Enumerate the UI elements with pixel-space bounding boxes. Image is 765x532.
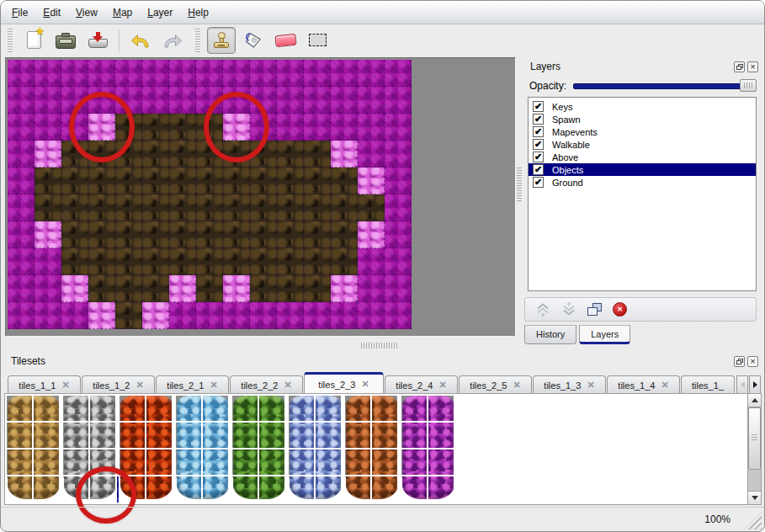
layer-visibility-checkbox[interactable]: ✔ [533, 114, 544, 125]
map-tile[interactable] [169, 141, 196, 168]
map-tile[interactable] [223, 60, 250, 87]
map-tile[interactable] [169, 194, 196, 221]
tileset-tile[interactable] [316, 450, 343, 476]
map-tile[interactable] [223, 248, 250, 275]
close-tab-icon[interactable]: ✕ [438, 380, 446, 391]
tileset-tile[interactable] [176, 396, 203, 423]
close-panel-button[interactable]: × [747, 61, 758, 72]
layer-visibility-checkbox[interactable]: ✔ [533, 139, 544, 150]
tileset-tile[interactable] [146, 450, 173, 476]
tileset-tile[interactable] [316, 423, 343, 450]
tileset-tile[interactable] [428, 450, 455, 476]
tileset-tile[interactable] [289, 450, 316, 476]
map-tile[interactable] [277, 87, 304, 114]
map-tile[interactable] [277, 248, 304, 275]
map-tile[interactable] [115, 302, 142, 329]
tileset-tab-tiles_2_4[interactable]: tiles_2_4✕ [385, 375, 458, 394]
map-tile[interactable] [35, 194, 61, 221]
map-tile[interactable] [358, 221, 385, 248]
tileset-tile[interactable] [232, 396, 259, 423]
map-tile[interactable] [61, 194, 88, 221]
map-tile[interactable] [196, 221, 223, 248]
map-tile[interactable] [196, 275, 223, 302]
map-tile[interactable] [8, 87, 35, 114]
map-tile[interactable] [88, 168, 115, 194]
tileset-tile[interactable] [345, 450, 372, 476]
map-tile[interactable] [169, 221, 196, 248]
map-tile[interactable] [331, 302, 358, 329]
map-tile[interactable] [331, 60, 358, 87]
opacity-slider[interactable] [573, 79, 757, 93]
scroll-up-button[interactable] [748, 394, 761, 407]
map-tile[interactable] [142, 168, 169, 194]
float-panel-button[interactable] [734, 356, 745, 367]
map-tile[interactable] [35, 141, 61, 168]
tileset-tile[interactable] [259, 396, 286, 423]
layer-row-walkable[interactable]: ✔Walkable [529, 138, 756, 151]
dock-tab-history[interactable]: History [524, 325, 576, 344]
tileset-tile[interactable] [146, 476, 173, 503]
map-tile[interactable] [35, 248, 61, 275]
tileset-tab-tiles_1_1[interactable]: tiles_1_1✕ [8, 375, 81, 394]
map-tile[interactable] [142, 194, 169, 221]
tileset-tab-tiles_2_3[interactable]: tiles_2_3✕ [304, 372, 384, 394]
map-tile[interactable] [358, 60, 385, 87]
map-tile[interactable] [304, 221, 331, 248]
map-tile[interactable] [196, 168, 223, 194]
map-tile[interactable] [142, 221, 169, 248]
layer-row-spawn[interactable]: ✔Spawn [529, 113, 756, 125]
map-tile[interactable] [61, 168, 88, 194]
map-tile[interactable] [304, 114, 331, 141]
close-tab-icon[interactable]: ✕ [284, 380, 291, 391]
layer-visibility-checkbox[interactable]: ✔ [533, 101, 544, 112]
tileset-tile[interactable] [345, 396, 372, 423]
tileset-tile[interactable] [372, 396, 399, 423]
layer-row-keys[interactable]: ✔Keys [529, 100, 756, 113]
map-grid[interactable] [8, 60, 412, 329]
map-tile[interactable] [8, 275, 35, 302]
map-canvas[interactable] [5, 57, 516, 337]
toolbar-handle[interactable] [8, 29, 13, 52]
tileset-tile[interactable] [401, 423, 428, 450]
map-tile[interactable] [358, 114, 385, 141]
map-tile[interactable] [61, 221, 88, 248]
map-tile[interactable] [115, 168, 142, 194]
tileset-tile[interactable] [63, 396, 90, 423]
close-tab-icon[interactable]: ✕ [61, 380, 69, 391]
tileset-tile[interactable] [372, 423, 399, 450]
tileset-tab-tiles_2_2[interactable]: tiles_2_2✕ [230, 375, 303, 394]
map-tile[interactable] [385, 60, 412, 87]
map-tile[interactable] [277, 141, 304, 168]
map-tile[interactable] [142, 141, 169, 168]
layer-visibility-checkbox[interactable]: ✔ [533, 126, 544, 137]
map-tile[interactable] [385, 141, 412, 168]
map-tile[interactable] [304, 87, 331, 114]
duplicate-layer-button[interactable] [587, 303, 602, 316]
map-tile[interactable] [169, 248, 196, 275]
map-tile[interactable] [88, 302, 115, 329]
close-tab-icon[interactable]: ✕ [210, 380, 217, 391]
close-panel-button[interactable]: × [747, 356, 758, 367]
menu-item-edit[interactable]: Edit [35, 3, 68, 22]
map-tile[interactable] [358, 87, 385, 114]
tileset-tile[interactable] [120, 396, 146, 423]
map-tile[interactable] [169, 168, 196, 194]
tileset-tile[interactable] [289, 423, 316, 450]
map-tile[interactable] [358, 141, 385, 168]
map-tile[interactable] [142, 275, 169, 302]
map-tile[interactable] [304, 141, 331, 168]
raise-layer-button[interactable] [535, 302, 550, 317]
map-tile[interactable] [8, 168, 35, 194]
map-tile[interactable] [277, 168, 304, 194]
tileset-tile[interactable] [232, 423, 259, 450]
undo-button[interactable] [126, 27, 155, 54]
map-tile[interactable] [115, 194, 142, 221]
tileset-tile[interactable] [203, 396, 230, 423]
map-tile[interactable] [358, 194, 385, 221]
tileset-tile[interactable] [34, 423, 61, 450]
map-tile[interactable] [277, 221, 304, 248]
map-tile[interactable] [169, 114, 196, 141]
map-tile[interactable] [88, 248, 115, 275]
map-tile[interactable] [8, 302, 35, 329]
map-tile[interactable] [385, 248, 412, 275]
